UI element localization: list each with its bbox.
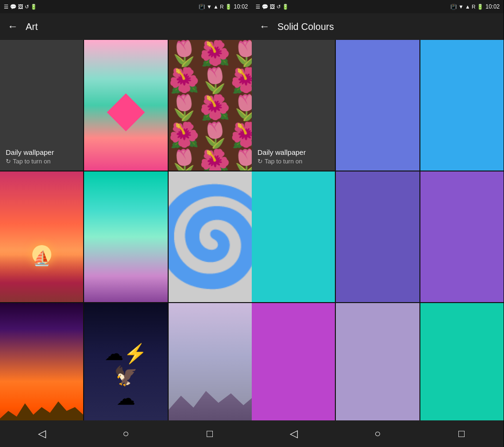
notification-icons-right: ☰ 💬 🖼 ↺ 🔋 [256, 4, 289, 10]
solid-colors-grid: Daily wallpaper ↻ Tap to turn on [252, 40, 504, 420]
daily-wallpaper-subtitle-right: ↻ Tap to turn on [257, 158, 329, 165]
diamond-shape [84, 40, 167, 171]
back-button-left[interactable]: ← [8, 21, 18, 32]
boat-icon: ⛵ [33, 250, 50, 266]
status-time-left: 10:02 [234, 3, 248, 10]
refresh-icon-left: ↻ [6, 158, 11, 165]
bottom-nav-left: ◁ ○ □ [0, 420, 252, 447]
notification-icons: ☰ 💬 🖼 ↺ 🔋 [4, 4, 37, 10]
art-cell-night1[interactable] [0, 303, 83, 420]
bottom-nav-right: ◁ ○ □ [252, 420, 504, 447]
art-cell-night3[interactable] [169, 303, 252, 420]
daily-wallpaper-title-right: Daily wallpaper [257, 148, 329, 157]
signal-vibrate-icon: 📳 ▼ ▲ R 🔋 [199, 4, 232, 10]
daily-wallpaper-cell-left[interactable]: Daily wallpaper ↻ Tap to turn on [0, 40, 83, 171]
signal-icons-right: 📳 ▼ ▲ R 🔋 [450, 4, 484, 10]
home-nav-right[interactable]: ○ [363, 424, 392, 443]
art-cell-floral[interactable] [169, 40, 252, 171]
solid-cell-indigo[interactable] [336, 171, 419, 302]
status-bar-right-right-icons: 📳 ▼ ▲ R 🔋 10:02 [450, 3, 500, 10]
status-bar-right: ☰ 💬 🖼 ↺ 🔋 📳 ▼ ▲ R 🔋 10:02 [252, 0, 504, 13]
status-bar-left: ☰ 💬 🖼 ↺ 🔋 📳 ▼ ▲ R 🔋 10:02 [0, 0, 252, 13]
art-grid-area: Daily wallpaper ↻ Tap to turn on ⛵ [0, 40, 252, 420]
back-button-right[interactable]: ← [259, 21, 270, 32]
art-cell-night2[interactable] [84, 303, 167, 420]
refresh-icon-right: ↻ [257, 158, 263, 165]
back-nav-left[interactable]: ◁ [28, 424, 56, 443]
app-bar-left: ← Art [0, 13, 252, 40]
app-bar-right: ← Solid Colours [252, 13, 504, 40]
status-bar-right-icons: 📳 ▼ ▲ R 🔋 10:02 [199, 3, 248, 10]
solid-cell-purple[interactable] [420, 171, 504, 302]
art-cell-sunset[interactable]: ⛵ [0, 171, 83, 302]
daily-wallpaper-cell-right[interactable]: Daily wallpaper ↻ Tap to turn on [252, 40, 335, 171]
solid-cell-lavender[interactable] [336, 303, 419, 420]
status-time-right: 10:02 [485, 3, 500, 10]
art-wallpaper-grid: Daily wallpaper ↻ Tap to turn on ⛵ [0, 40, 252, 420]
recents-nav-left[interactable]: □ [196, 424, 224, 443]
left-screen: ☰ 💬 🖼 ↺ 🔋 📳 ▼ ▲ R 🔋 10:02 ← Art Daily wa… [0, 0, 252, 447]
solid-cell-cyan[interactable] [252, 171, 335, 302]
page-title-right: Solid Colours [277, 21, 334, 32]
daily-wallpaper-title-left: Daily wallpaper [6, 148, 77, 157]
solid-cell-cornflower[interactable] [336, 40, 419, 171]
right-screen: ☰ 💬 🖼 ↺ 🔋 📳 ▼ ▲ R 🔋 10:02 ← Solid Colour… [252, 0, 504, 447]
solid-cell-magenta[interactable] [252, 303, 335, 420]
back-nav-right[interactable]: ◁ [279, 424, 308, 443]
solid-grid-area: Daily wallpaper ↻ Tap to turn on [252, 40, 504, 420]
status-bar-left-icons: ☰ 💬 🖼 ↺ 🔋 [4, 4, 37, 10]
solid-cell-teal[interactable] [420, 303, 504, 420]
status-bar-right-left-icons: ☰ 💬 🖼 ↺ 🔋 [256, 4, 289, 10]
page-title-left: Art [26, 21, 38, 32]
art-cell-spiral[interactable] [169, 171, 252, 302]
home-nav-left[interactable]: ○ [112, 424, 140, 443]
art-cell-teal[interactable] [84, 171, 167, 302]
daily-wallpaper-subtitle-left: ↻ Tap to turn on [6, 158, 77, 165]
recents-nav-right[interactable]: □ [447, 424, 476, 443]
art-cell-diamond[interactable] [84, 40, 167, 171]
solid-cell-skyblue[interactable] [420, 40, 504, 171]
